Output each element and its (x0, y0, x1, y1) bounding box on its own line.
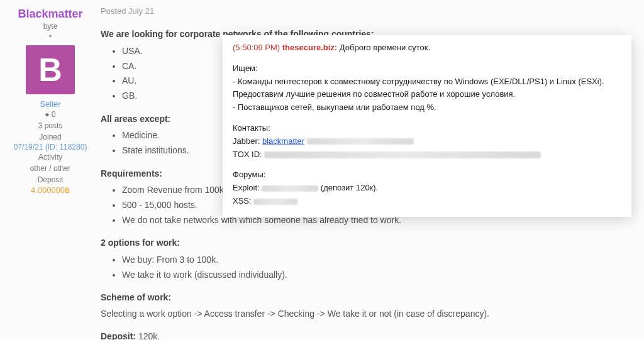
author-status-dot: ● (6, 32, 94, 39)
author-subtitle: byte (6, 22, 94, 31)
chat-contacts-head: Контакты: (233, 122, 621, 135)
list-item: We take it to work (discussed individual… (122, 268, 631, 283)
chat-nick: thesecure.biz: (282, 43, 337, 52)
author-activity-label: Activity (6, 151, 94, 163)
options-heading: 2 options for work: (101, 236, 631, 250)
scheme-line: Selecting a work option -> Access transf… (101, 307, 631, 321)
chat-tox-label: TOX ID: (233, 150, 264, 159)
scheme-heading: Scheme of work: (101, 291, 631, 305)
chat-greeting: Доброго времени суток. (337, 43, 430, 52)
author-deposit-label: Deposit (6, 174, 94, 185)
author-rep: ● 0 (6, 109, 94, 120)
chat-seek-block: Ищем: - Команды пентестеров к совместном… (233, 62, 621, 114)
avatar[interactable]: B (26, 45, 75, 94)
author-role: Seller (6, 99, 94, 109)
chat-jabber-label: Jabber: (233, 136, 262, 146)
chat-jabber-line: Jabber: blackmatter (233, 135, 621, 148)
deposit-label: Deposit: (101, 331, 136, 340)
chat-exploit-tail: (депозит 120к). (318, 183, 378, 192)
chat-exploit-label: Exploit: (233, 183, 262, 192)
options-list: We buy: From 3 to 100k. We take it to wo… (101, 253, 631, 282)
chat-timestamp: (5:50:09 PM) (233, 43, 280, 52)
redacted-strip (262, 185, 318, 192)
deposit-line: Deposit: 120k. (101, 330, 631, 340)
chat-forums-block: Форумы: Exploit: (депозит 120к). XSS: (233, 168, 621, 207)
chat-overlay: (5:50:09 PM) thesecure.biz: Доброго врем… (223, 35, 631, 217)
posted-timestamp: Posted July 21 (101, 5, 631, 18)
author-activity-value: other / other (6, 163, 94, 174)
chat-forums-head: Форумы: (233, 168, 621, 182)
chat-first-line: (5:50:09 PM) thesecure.biz: Доброго врем… (233, 41, 621, 55)
author-joined-value: 07/19/21 (ID: 118280) (6, 143, 94, 151)
list-item: We buy: From 3 to 100k. (122, 253, 631, 268)
redacted-strip (264, 151, 541, 158)
chat-seek-head: Ищем: (233, 62, 621, 75)
chat-jabber-link[interactable]: blackmatter (262, 136, 304, 146)
chat-exploit-line: Exploit: (депозит 120к). (233, 182, 621, 195)
author-posts: 3 posts (6, 120, 94, 131)
chat-contacts-block: Контакты: Jabber: blackmatter TOX ID: (233, 122, 621, 161)
chat-xss-line: XSS: (233, 195, 621, 208)
chat-seek-line1: - Команды пентестеров к совместному сотр… (233, 75, 621, 102)
chat-seek-line2: - Поставщиков сетей, выкупаем или работа… (233, 101, 621, 114)
author-deposit-value: 4.000000฿ (6, 185, 94, 195)
author-rep-value: 0 (52, 110, 56, 119)
chat-tox-line: TOX ID: (233, 148, 621, 162)
author-joined-label: Joined (6, 131, 94, 143)
chat-xss-label: XSS: (233, 196, 253, 206)
redacted-strip (253, 199, 297, 205)
redacted-strip (307, 138, 414, 145)
author-name[interactable]: Blackmatter (6, 8, 94, 21)
author-column: Blackmatter byte ● B Seller ● 0 3 posts … (6, 5, 94, 335)
deposit-value: 120k. (136, 331, 160, 340)
